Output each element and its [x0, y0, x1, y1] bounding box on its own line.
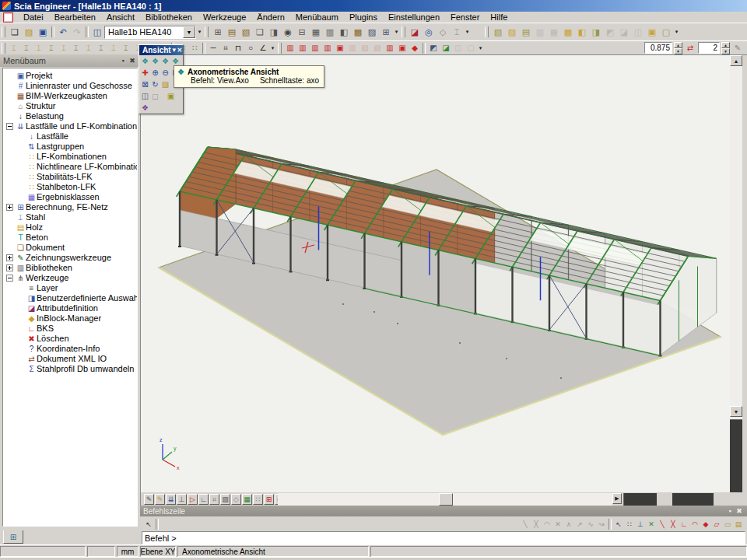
tree-item-lastfaelle[interactable]: ↓Lastfälle [5, 131, 137, 142]
tree-item-berechnung-fe-netz[interactable]: ⊞Berechnung, FE-Netz [5, 202, 137, 212]
draw-line-icon[interactable]: ╲ [520, 518, 531, 530]
tree-item-beton[interactable]: TBeton [5, 233, 137, 243]
filter-model-icon[interactable]: ◫ [631, 25, 645, 39]
calculator-icon[interactable]: ⊞ [379, 25, 393, 39]
scale-spinner[interactable]: ▲▼ [674, 42, 682, 54]
window-layout-icon[interactable]: ◫ [90, 25, 104, 39]
spin-up-icon[interactable]: ▲ [674, 42, 682, 48]
steel-check-2-icon[interactable]: ▥ [296, 42, 309, 54]
spin-down-icon[interactable]: ▼ [674, 48, 682, 54]
project-combo[interactable]: Halle1b HEA140▼ [104, 26, 196, 39]
paste-icon[interactable]: ◪ [408, 25, 422, 39]
steel-check-3-icon[interactable]: ▥ [309, 42, 321, 54]
show-results-icon[interactable]: ▦ [242, 494, 252, 505]
tree-item-linienraster-und-geschosse[interactable]: #Linienraster und Geschosse [5, 81, 137, 91]
viewport-hscrollbar[interactable] [278, 493, 612, 506]
tree-item-projekt[interactable]: ▣Projekt [5, 71, 137, 81]
filter-surfaces-icon[interactable]: ▨ [505, 25, 519, 39]
menu-werkzeuge[interactable]: Werkzeuge [198, 12, 251, 23]
cursor-mode-icon[interactable]: ↖ [143, 518, 154, 530]
rotate-view-icon[interactable]: ↻ [150, 79, 160, 89]
tree-item-bks[interactable]: ∟BKS [5, 324, 137, 334]
draw-close-icon[interactable]: ✕ [552, 518, 563, 530]
open-file-icon[interactable]: ▨ [22, 25, 36, 39]
angle-tool-icon[interactable]: ∠ [257, 42, 269, 54]
tree-item-werkzeuge[interactable]: ⋔Werkzeuge [5, 273, 137, 283]
show-supports-icon[interactable]: ⊥ [177, 494, 187, 505]
tree-item-stabilitaets-lfk[interactable]: ∷Stabilitäts-LFK [5, 172, 137, 182]
wireframe-pen-icon[interactable]: ✎ [144, 494, 154, 505]
graphics-gallery-icon[interactable]: ▤ [225, 25, 239, 39]
tree-item-ergebnisklassen[interactable]: ▦Ergebnisklassen [5, 192, 137, 202]
menu-bibliotheken[interactable]: Bibliotheken [140, 12, 198, 23]
cross-section-1-icon[interactable]: ⌶ [8, 42, 20, 54]
tree-item-struktur[interactable]: ⌂Struktur [5, 101, 137, 111]
locked-1-icon[interactable]: ◫ [452, 42, 465, 54]
draw-polyline-icon[interactable]: ╳ [531, 518, 542, 530]
tree-item-holz[interactable]: ▤Holz [5, 222, 137, 233]
expand-icon[interactable] [6, 204, 13, 211]
show-loads-icon[interactable]: ⇊ [166, 494, 176, 505]
draw-spline-icon[interactable]: ↝ [596, 518, 607, 530]
zoom-all-icon[interactable]: ⊠ [140, 79, 150, 89]
expand-icon[interactable] [6, 264, 13, 271]
tree-item-attributdefinition[interactable]: ◪Attributdefinition [5, 303, 137, 313]
close-icon[interactable]: ✕ [177, 46, 183, 55]
print-preview-icon[interactable]: ◧ [337, 25, 351, 39]
scroll-up-icon[interactable]: ▲ [730, 55, 742, 66]
tree-item-inblock-manager[interactable]: ◆InBlock-Manager [5, 313, 137, 324]
viewport-vscrollbar[interactable]: ▲ ▼ [730, 55, 742, 492]
line-grid-icon[interactable]: ∷ [188, 42, 201, 54]
steel-check-10-icon[interactable]: ▣ [396, 42, 409, 54]
saved-view-icon[interactable]: ◻ [150, 91, 160, 101]
scroll-down-icon[interactable]: ▼ [730, 406, 742, 417]
cross-section-9-icon[interactable]: ⌶ [107, 42, 120, 54]
draw-arc-icon[interactable]: ◠ [542, 518, 552, 530]
steel-check-8-icon[interactable]: ▧ [371, 42, 384, 54]
scroll-right-icon[interactable]: ▶ [612, 493, 622, 504]
bracket-tool-icon[interactable]: ⊓ [232, 42, 244, 54]
document-system-icon[interactable] [3, 12, 13, 23]
filter-members-icon[interactable]: ▧ [491, 25, 505, 39]
menu-ndern[interactable]: Ändern [251, 12, 289, 23]
toolbar-dropdown-icon[interactable]: ▾ [269, 42, 276, 54]
tree-item-stahl[interactable]: ⌶Stahl [5, 212, 137, 222]
pin-icon[interactable]: ▪ [725, 506, 735, 516]
coordinate-axes-icon[interactable]: ⊥ [635, 518, 646, 530]
toolbar-dropdown-icon[interactable]: ▾ [196, 26, 203, 38]
pin-icon[interactable]: ▪ [118, 56, 128, 65]
filter-grid-icon[interactable]: ◪ [617, 25, 631, 39]
count-spinner[interactable]: ▲▼ [721, 42, 730, 54]
filter-all-icon[interactable]: ▢ [659, 25, 673, 39]
axonometric-view-icon[interactable]: ❖ [140, 56, 150, 66]
toolbar-dropdown-icon[interactable]: ▾ [393, 26, 400, 38]
tree-item-benutzerdefinierte-auswahl[interactable]: ◨Benutzerdefinierte Auswahl [5, 293, 137, 303]
snap-tangent-icon[interactable]: ◠ [689, 518, 700, 530]
tree-item-layer[interactable]: ≡Layer [5, 283, 137, 293]
tree-item-bibliotheken[interactable]: ▥Bibliotheken [5, 263, 137, 273]
menu-fenster[interactable]: Fenster [445, 12, 485, 23]
tree-item-zeichnungswerkzeuge[interactable]: ✎Zeichnungswerkzeuge [5, 253, 137, 263]
command-input[interactable] [142, 532, 745, 544]
cross-section-3-icon[interactable]: ⌶ [33, 42, 45, 54]
project-manager-icon[interactable]: ⊞ [211, 25, 225, 39]
print-icon[interactable]: ▥ [323, 25, 337, 39]
locked-2-icon[interactable]: ▢ [465, 42, 477, 54]
steel-check-5-icon[interactable]: ▣ [334, 42, 346, 54]
line-tool-icon[interactable]: ─ [207, 42, 219, 54]
annotate-icon[interactable]: ✎ [731, 42, 744, 54]
filter-labels-icon[interactable]: ▦ [547, 25, 561, 39]
viewport-3d[interactable]: zxy ▲ ▼ ✎✎⇊⊥▷∟⌗▧◇▦∷⊞◀ ▶ [140, 54, 747, 506]
tree-item-stahlprofil-db-umwandeln[interactable]: ΣStahlprofil Db umwandeln [5, 364, 137, 374]
count-spin-value[interactable]: 2 [698, 42, 720, 54]
picture-gallery-icon[interactable]: ▧ [239, 25, 253, 39]
undo-icon[interactable]: ↶ [56, 25, 70, 39]
cross-section-6-icon[interactable]: ⌶ [70, 42, 82, 54]
view-side-icon[interactable]: ❖ [160, 56, 170, 66]
render-pen-icon[interactable]: ✎ [155, 494, 165, 505]
toolbar-dropdown-icon[interactable]: ▾ [477, 42, 484, 54]
zoom-in-icon[interactable]: ⊕ [150, 68, 160, 78]
steel-check-6-icon[interactable]: ▥ [346, 42, 359, 54]
steel-check-1-icon[interactable]: ▥ [284, 42, 296, 54]
dimension-tool-icon[interactable]: ⌗ [219, 42, 232, 54]
